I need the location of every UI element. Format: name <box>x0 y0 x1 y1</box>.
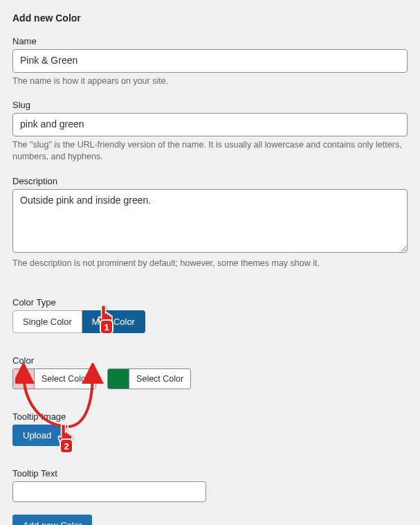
color-picker-2: Select Color <box>107 368 191 389</box>
color-label: Color <box>12 355 408 366</box>
slug-field-group: Slug The "slug" is the URL-friendly vers… <box>12 100 408 163</box>
color-field-group: Color Select Color Select Color <box>12 355 408 389</box>
color-type-label: Color Type <box>12 297 408 308</box>
name-input[interactable] <box>12 49 408 73</box>
multi-color-button[interactable]: Multi Color <box>82 310 145 333</box>
description-textarea[interactable]: Outside pink and inside green. <box>12 189 408 253</box>
slug-helper: The "slug" is the URL-friendly version o… <box>12 139 408 163</box>
tooltip-image-field-group: Tooltip Image Upload <box>12 411 408 446</box>
description-helper: The description is not prominent by defa… <box>12 258 408 270</box>
tooltip-image-label: Tooltip Image <box>12 411 408 422</box>
tooltip-text-input[interactable] <box>12 481 206 502</box>
name-helper: The name is how it appears on your site. <box>12 75 408 88</box>
slug-input[interactable] <box>12 113 408 136</box>
slug-label: Slug <box>12 100 408 110</box>
select-color-button-2[interactable]: Select Color <box>129 369 190 389</box>
color-swatch-pink[interactable] <box>13 369 34 389</box>
select-color-button-1[interactable]: Select Color <box>34 369 95 389</box>
upload-button[interactable]: Upload <box>12 425 62 446</box>
description-label: Description <box>12 176 408 186</box>
name-label: Name <box>12 36 408 46</box>
tooltip-text-field-group: Tooltip Text <box>12 468 408 502</box>
description-field-group: Description Outside pink and inside gree… <box>12 176 408 270</box>
single-color-button[interactable]: Single Color <box>12 310 82 333</box>
tooltip-text-label: Tooltip Text <box>12 468 408 479</box>
color-type-toggle: Single Color Multi Color <box>12 310 145 333</box>
page-title: Add new Color <box>12 12 408 24</box>
name-field-group: Name The name is how it appears on your … <box>12 36 408 87</box>
color-swatch-green[interactable] <box>108 369 129 389</box>
color-picker-1: Select Color <box>12 368 96 389</box>
color-type-field-group: Color Type Single Color Multi Color <box>12 297 408 333</box>
submit-group: Add new Color <box>12 515 408 525</box>
add-new-color-button[interactable]: Add new Color <box>12 515 92 525</box>
